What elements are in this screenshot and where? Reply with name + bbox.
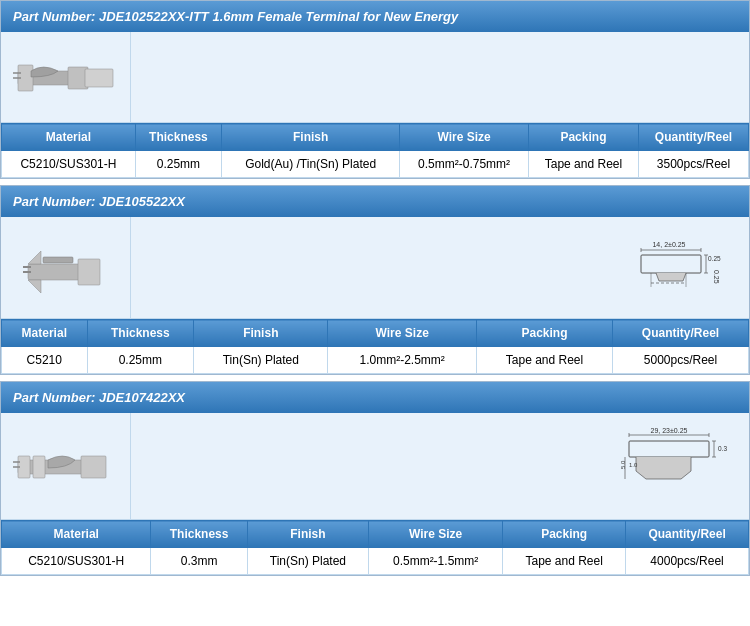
col-header-thickness-1: Thickness xyxy=(135,124,221,151)
cell-thickness-2: 0.25mm xyxy=(87,347,194,374)
col-header-thickness-3: Thickness xyxy=(151,521,247,548)
cell-wiresize-1: 0.5mm²-0.75mm² xyxy=(400,151,529,178)
svg-text:0.25: 0.25 xyxy=(713,270,720,284)
svg-rect-30 xyxy=(629,441,709,457)
product-diagram-2: 14, 2±0.25 0.25 0.25 xyxy=(131,217,749,318)
col-header-wiresize-2: Wire Size xyxy=(328,320,477,347)
table-row: C5210/SUS301-H 0.25mm Gold(Au) /Tin(Sn) … xyxy=(2,151,749,178)
svg-text:0.25: 0.25 xyxy=(708,255,721,262)
cell-material-3: C5210/SUS301-H xyxy=(2,548,151,575)
product-content-2: 14, 2±0.25 0.25 0.25 xyxy=(1,217,749,319)
specs-table-1: Material Thickness Finish Wire Size Pack… xyxy=(1,123,749,178)
part-number-2: Part Number: JDE105522XX xyxy=(13,194,185,209)
product-image-1 xyxy=(1,32,131,122)
col-header-packing-3: Packing xyxy=(503,521,626,548)
product-section-3: Part Number: JDE107422XX xyxy=(0,381,750,576)
cell-quantity-2: 5000pcs/Reel xyxy=(612,347,748,374)
svg-rect-7 xyxy=(78,259,100,285)
cell-wiresize-2: 1.0mm²-2.5mm² xyxy=(328,347,477,374)
svg-rect-27 xyxy=(33,456,45,478)
col-header-wiresize-3: Wire Size xyxy=(369,521,503,548)
specs-header-row-3: Material Thickness Finish Wire Size Pack… xyxy=(2,521,749,548)
section-header-3: Part Number: JDE107422XX xyxy=(1,382,749,413)
product-content-1 xyxy=(1,32,749,123)
svg-rect-25 xyxy=(81,456,106,478)
svg-text:1.0: 1.0 xyxy=(629,462,638,468)
cell-finish-3: Tin(Sn) Plated xyxy=(247,548,368,575)
product-image-3 xyxy=(1,413,131,519)
cell-thickness-3: 0.3mm xyxy=(151,548,247,575)
col-header-material-3: Material xyxy=(2,521,151,548)
product-section-1: Part Number: JDE102522XX-ITT 1.6mm Femal… xyxy=(0,0,750,179)
cell-packing-2: Tape and Reel xyxy=(476,347,612,374)
specs-table-2: Material Thickness Finish Wire Size Pack… xyxy=(1,319,749,374)
svg-text:5.0: 5.0 xyxy=(621,460,626,469)
col-header-material-2: Material xyxy=(2,320,88,347)
specs-header-row-1: Material Thickness Finish Wire Size Pack… xyxy=(2,124,749,151)
part-number-1: Part Number: JDE102522XX-ITT 1.6mm Femal… xyxy=(13,9,458,24)
specs-table-3: Material Thickness Finish Wire Size Pack… xyxy=(1,520,749,575)
diagram-svg-3: 29, 23±0.25 0.3 5.0 1.0 xyxy=(621,421,741,511)
col-header-packing-2: Packing xyxy=(476,320,612,347)
cell-packing-1: Tape and Reel xyxy=(528,151,638,178)
product-content-3: 29, 23±0.25 0.3 5.0 1.0 xyxy=(1,413,749,520)
cell-quantity-3: 4000pcs/Reel xyxy=(626,548,749,575)
cell-material-2: C5210 xyxy=(2,347,88,374)
section-header-2: Part Number: JDE105522XX xyxy=(1,186,749,217)
terminal-svg-3 xyxy=(13,430,118,502)
product-section-2: Part Number: JDE105522XX xyxy=(0,185,750,375)
svg-text:29, 23±0.25: 29, 23±0.25 xyxy=(651,427,688,434)
col-header-finish-3: Finish xyxy=(247,521,368,548)
cell-material-1: C5210/SUS301-H xyxy=(2,151,136,178)
specs-header-row-2: Material Thickness Finish Wire Size Pack… xyxy=(2,320,749,347)
table-row: C5210 0.25mm Tin(Sn) Plated 1.0mm²-2.5mm… xyxy=(2,347,749,374)
terminal-svg-2 xyxy=(23,229,108,307)
svg-rect-8 xyxy=(43,257,73,263)
cell-wiresize-3: 0.5mm²-1.5mm² xyxy=(369,548,503,575)
table-row: C5210/SUS301-H 0.3mm Tin(Sn) Plated 0.5m… xyxy=(2,548,749,575)
col-header-material-1: Material xyxy=(2,124,136,151)
section-header-1: Part Number: JDE102522XX-ITT 1.6mm Femal… xyxy=(1,1,749,32)
col-header-finish-1: Finish xyxy=(222,124,400,151)
product-diagram-1 xyxy=(131,32,749,122)
svg-text:0.3: 0.3 xyxy=(718,445,727,452)
col-header-finish-2: Finish xyxy=(194,320,328,347)
col-header-thickness-2: Thickness xyxy=(87,320,194,347)
cell-packing-3: Tape and Reel xyxy=(503,548,626,575)
cell-finish-1: Gold(Au) /Tin(Sn) Plated xyxy=(222,151,400,178)
col-header-wiresize-1: Wire Size xyxy=(400,124,529,151)
product-image-2 xyxy=(1,217,131,318)
cell-finish-2: Tin(Sn) Plated xyxy=(194,347,328,374)
terminal-svg-1 xyxy=(13,43,118,111)
col-header-packing-1: Packing xyxy=(528,124,638,151)
svg-text:14, 2±0.25: 14, 2±0.25 xyxy=(652,241,685,248)
cell-thickness-1: 0.25mm xyxy=(135,151,221,178)
diagram-svg-2: 14, 2±0.25 0.25 0.25 xyxy=(631,225,741,310)
part-number-3: Part Number: JDE107422XX xyxy=(13,390,185,405)
col-header-quantity-2: Quantity/Reel xyxy=(612,320,748,347)
cell-quantity-1: 3500pcs/Reel xyxy=(638,151,748,178)
svg-rect-2 xyxy=(85,69,113,87)
product-diagram-3: 29, 23±0.25 0.3 5.0 1.0 xyxy=(131,413,749,519)
col-header-quantity-1: Quantity/Reel xyxy=(638,124,748,151)
col-header-quantity-3: Quantity/Reel xyxy=(626,521,749,548)
svg-rect-11 xyxy=(641,255,701,273)
